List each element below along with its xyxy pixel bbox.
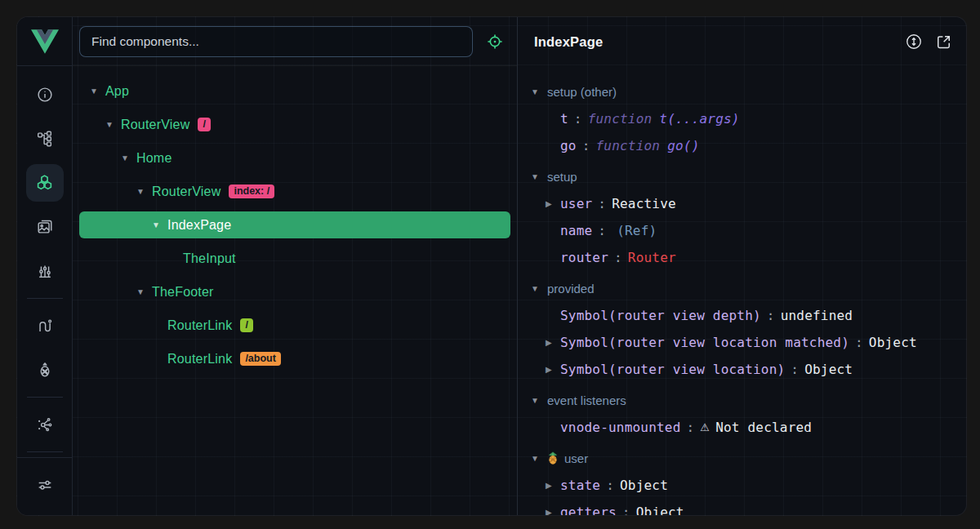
state-row: t : function t(...args) <box>531 105 967 132</box>
state-value: undefined <box>781 308 853 323</box>
state-row-expandable[interactable]: ▶ Symbol(router view location) : Object <box>531 356 967 383</box>
state-value: Reactive <box>612 196 676 211</box>
state-row: router : Router <box>531 244 967 271</box>
open-in-editor-icon[interactable] <box>933 32 953 51</box>
state-value: Object <box>804 362 853 377</box>
tree-row-routerview-nested[interactable]: ▼ RouterView index: / <box>79 178 510 205</box>
graph-icon[interactable] <box>23 402 67 447</box>
state-row-expandable[interactable]: ▶ getters : Object <box>531 499 967 515</box>
warning-icon: ⚠ <box>700 421 710 433</box>
chevron-down-icon[interactable]: ▼ <box>134 287 147 296</box>
tree-row-routerlink-home[interactable]: RouterLink / <box>79 312 510 339</box>
colon-separator: : <box>606 478 614 493</box>
route-badge: / <box>240 318 252 332</box>
colon-separator: : <box>582 138 590 153</box>
tree-row-theinput[interactable]: TheInput <box>79 245 510 272</box>
vue-logo <box>17 17 72 66</box>
colon-separator: : <box>791 362 799 377</box>
component-tree-icon[interactable] <box>23 117 67 161</box>
tree-row-home[interactable]: ▼ Home <box>79 144 510 171</box>
vue-logo-icon <box>31 29 59 54</box>
inspector-pane: IndexPage ▼ <box>517 17 967 515</box>
devtools-window: ▼ App ▼ RouterView / ▼ Home ▼ RouterView… <box>16 16 967 516</box>
state-key: state <box>560 478 600 493</box>
section-event-listeners: ▼ event listeners vnode-unmounted : ⚠ No… <box>531 388 967 441</box>
chevron-down-icon[interactable]: ▼ <box>87 87 100 96</box>
section-header[interactable]: ▼ event listeners <box>531 388 967 412</box>
component-name: RouterLink <box>167 318 232 333</box>
state-value: Router <box>628 250 676 265</box>
colon-separator: : <box>687 420 695 435</box>
chevron-down-icon: ▼ <box>531 454 547 463</box>
expand-all-icon[interactable] <box>904 32 924 51</box>
info-icon[interactable] <box>23 73 67 117</box>
chevron-down-icon[interactable]: ▼ <box>118 153 131 162</box>
chevron-right-icon[interactable]: ▶ <box>546 481 560 490</box>
chevron-down-icon: ▼ <box>531 172 547 181</box>
state-value: Object <box>636 505 684 515</box>
colon-separator: : <box>574 111 582 127</box>
sidebar-footer <box>17 457 72 515</box>
sidebar <box>17 17 73 515</box>
sidebar-divider <box>27 397 63 398</box>
pinia-icon[interactable] <box>23 348 67 392</box>
state-key: router <box>560 250 608 265</box>
inspector-content: ▼ setup (other) t : function t(...args) … <box>518 66 967 515</box>
state-key: Symbol(router view depth) <box>560 308 761 323</box>
component-name: App <box>105 84 129 99</box>
state-row: name : (Ref) <box>531 217 967 244</box>
state-row-expandable[interactable]: ▶ Symbol(router view location matched) :… <box>531 329 967 356</box>
section-header[interactable]: ▼ user <box>531 446 967 470</box>
sidebar-divider <box>27 298 63 299</box>
state-key: getters <box>560 505 617 515</box>
function-signature: go() <box>667 138 699 153</box>
state-key: t <box>560 111 568 127</box>
route-badge: / <box>198 118 210 131</box>
section-setup: ▼ setup ▶ user : Reactive name : (Ref) <box>531 164 967 271</box>
colon-separator: : <box>598 223 606 238</box>
section-label: setup (other) <box>547 85 617 99</box>
audits-icon[interactable] <box>23 249 67 293</box>
chevron-down-icon[interactable]: ▼ <box>103 120 116 129</box>
chevron-down-icon[interactable]: ▼ <box>149 220 163 229</box>
settings-icon[interactable] <box>23 463 67 507</box>
state-key: go <box>560 138 577 153</box>
colon-separator: : <box>855 335 863 350</box>
assets-icon[interactable] <box>23 205 67 249</box>
chevron-right-icon[interactable]: ▶ <box>546 338 560 347</box>
state-value: Not declared <box>715 420 812 435</box>
state-value: Object <box>620 478 668 493</box>
state-value: Object <box>869 335 917 350</box>
inspector-title: IndexPage <box>534 34 603 50</box>
tree-row-indexpage-selected[interactable]: ▼ IndexPage <box>79 211 510 238</box>
chevron-right-icon[interactable]: ▶ <box>546 199 560 208</box>
sidebar-divider <box>27 451 63 452</box>
state-row-expandable[interactable]: ▶ user : Reactive <box>531 190 967 217</box>
pinia-store-icon <box>547 451 559 465</box>
tree-row-routerview[interactable]: ▼ RouterView / <box>79 111 510 138</box>
chevron-down-icon: ▼ <box>531 396 547 405</box>
tree-row-thefooter[interactable]: ▼ TheFooter <box>79 278 510 305</box>
state-row: vnode-unmounted : ⚠ Not declared <box>531 414 967 441</box>
tree-row-routerlink-about[interactable]: RouterLink /about <box>79 345 510 372</box>
section-label: user <box>564 451 588 465</box>
component-name: RouterLink <box>167 352 232 367</box>
inspect-target-icon[interactable] <box>484 31 506 52</box>
section-header[interactable]: ▼ setup (other) <box>531 79 967 104</box>
component-tree: ▼ App ▼ RouterView / ▼ Home ▼ RouterView… <box>73 66 517 372</box>
tree-row-app[interactable]: ▼ App <box>79 78 510 104</box>
router-icon[interactable] <box>23 304 67 348</box>
chevron-right-icon[interactable]: ▶ <box>546 365 560 374</box>
colon-separator: : <box>767 308 775 323</box>
components-icon[interactable] <box>23 161 67 205</box>
tree-toolbar <box>73 17 517 66</box>
state-key: user <box>560 196 592 211</box>
route-badge: index: / <box>229 184 274 198</box>
section-header[interactable]: ▼ setup <box>531 164 967 189</box>
search-input[interactable] <box>79 26 473 57</box>
chevron-down-icon[interactable]: ▼ <box>134 187 147 196</box>
chevron-right-icon[interactable]: ▶ <box>546 508 560 515</box>
state-row-expandable[interactable]: ▶ state : Object <box>531 472 967 499</box>
section-header[interactable]: ▼ provided <box>531 276 967 300</box>
component-name: Home <box>136 151 172 166</box>
